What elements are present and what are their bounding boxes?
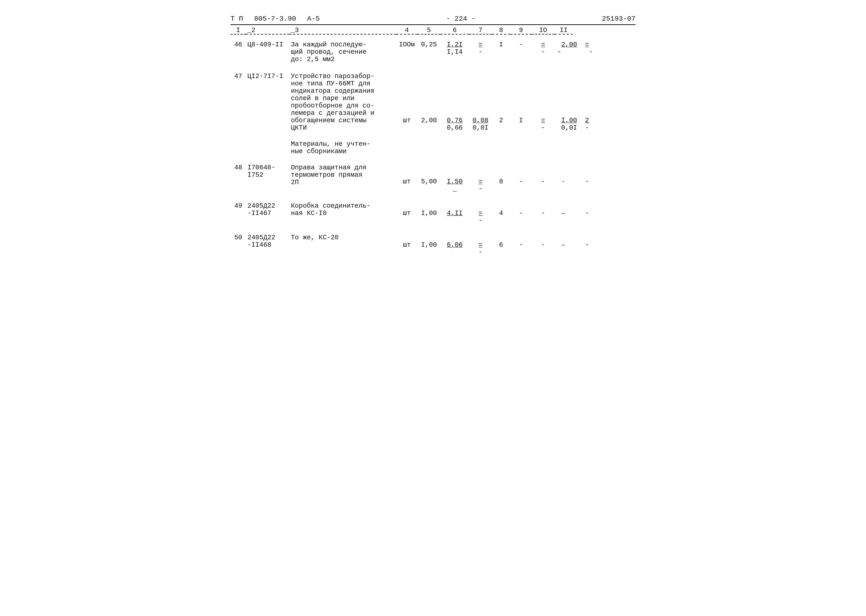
row-49-c8: - — [510, 202, 532, 217]
row-48-c10: - - — [555, 164, 596, 185]
header-center: - 224 - — [446, 15, 476, 23]
col-header-4: 4 — [396, 27, 418, 35]
row-46-qty: 0,25 — [418, 41, 440, 48]
row-48-price: I,50 — [440, 164, 469, 193]
row-50-code: 2405Д22-ІІ468 — [246, 234, 289, 248]
row-50-desc: То же, КС-20 — [289, 234, 396, 241]
col-header-9: 9 — [510, 27, 532, 35]
row-48-c9: - — [532, 164, 555, 185]
row-46-c10: 2,00 = - - — [555, 41, 596, 56]
table-row: 50 2405Д22-ІІ468 То же, КС-20 шт I,00 6,… — [231, 233, 635, 257]
col-header-8: 8 — [492, 27, 510, 35]
col-header-11: II — [555, 27, 573, 35]
table-row: 47 ЦI2-7I7-I Устройство парозабор- ное т… — [231, 71, 635, 132]
row-46-num: 46 — [231, 41, 246, 48]
row-48-code: I70648-I752 — [246, 164, 289, 179]
row-note-desc: Материалы, не учтен-ные сборниками — [289, 140, 396, 155]
row-47-c8: I — [510, 72, 532, 124]
page-header: Т П 805-7-3.90 А-5 - 224 - 25193-07 — [231, 15, 635, 23]
col-header-5: 5 — [418, 27, 440, 35]
table-row: 48 I70648-I752 Оправа защитная длятермом… — [231, 163, 635, 194]
row-47-c6: 0,080,0I — [469, 72, 492, 132]
table-row: 46 Ц8-409-ІІ За каждый последую-щий пров… — [231, 40, 635, 64]
row-50-price: 6,06 __ — [440, 234, 469, 256]
row-48-c7: 8 — [492, 164, 510, 185]
row-48-desc: Оправа защитная длятермометров прямая2П — [289, 164, 396, 186]
header-divider — [231, 24, 635, 25]
row-50-c6: =- — [469, 234, 492, 256]
header-left: Т П 805-7-3.90 А-5 — [231, 15, 320, 23]
row-49-num: 49 — [231, 202, 246, 209]
row-49-unit: шт — [396, 202, 418, 217]
header-code: 805-7-3.90 — [254, 15, 296, 23]
row-49-c7: 4 — [492, 202, 510, 217]
row-46-price: I,2II,I4 — [440, 41, 469, 56]
row-46-c6: =- — [469, 41, 492, 56]
row-47-price: 0,760,66 — [440, 72, 469, 132]
col-header-10: IO — [532, 27, 555, 35]
row-48-c8: - — [510, 164, 532, 185]
row-46-code: Ц8-409-ІІ — [246, 41, 289, 48]
row-50-unit: шт — [396, 234, 418, 248]
row-47-desc: Устройство парозабор- ное типа ПУ-66МТ д… — [289, 72, 396, 132]
page: Т П 805-7-3.90 А-5 - 224 - 25193-07 I _2… — [231, 15, 635, 257]
row-46-unit: IOOм — [396, 41, 418, 48]
table-row: 49 2405Д22-ІІ467 Коробка соединитель-ная… — [231, 201, 635, 225]
row-48-c6: =- — [469, 164, 492, 193]
column-headers-row: I _2 _3 4 5 6 7 8 9 IO II — [231, 27, 635, 35]
row-47-c9: =- — [532, 72, 555, 132]
table-row-note: Материалы, не учтен-ные сборниками — [231, 139, 635, 156]
row-49-c6: =- — [469, 202, 492, 224]
row-46-c7: I — [492, 41, 510, 48]
header-type: Т П — [231, 15, 243, 23]
row-47-code: ЦI2-7I7-I — [246, 72, 289, 80]
row-49-c9: - — [532, 202, 555, 217]
row-50-c9: - — [532, 234, 555, 248]
row-47-num: 47 — [231, 72, 246, 80]
row-46-c9: =- — [532, 41, 555, 56]
col-header-7: 7 — [469, 27, 492, 35]
row-48-num: 48 — [231, 164, 246, 171]
row-46-desc: За каждый последую-щий провод, сечениедо… — [289, 41, 396, 63]
row-48-unit: шт — [396, 164, 418, 185]
row-50-c10: – - — [555, 234, 596, 248]
row-49-c10: – - — [555, 202, 596, 217]
row-49-qty: I,00 — [418, 202, 440, 217]
row-50-qty: I,00 — [418, 234, 440, 248]
col-header-6: 6 — [440, 27, 469, 35]
header-section: А-5 — [307, 15, 320, 23]
row-47-unit: шт — [396, 72, 418, 124]
row-46-c8: - — [510, 41, 532, 48]
row-47-c7: 2 — [492, 72, 510, 124]
col-header-2: _2 — [246, 27, 289, 35]
row-50-c7: 6 — [492, 234, 510, 248]
row-49-code: 2405Д22-ІІ467 — [246, 202, 289, 217]
col-header-3: _3 — [289, 27, 396, 35]
row-49-desc: Коробка соединитель-ная КС-I0 — [289, 202, 396, 217]
header-right: 25193-07 — [602, 15, 635, 23]
row-50-c8: - — [510, 234, 532, 248]
row-50-num: 50 — [231, 234, 246, 241]
col-header-1: I — [231, 27, 246, 35]
row-49-price: 4,ІІ __ — [440, 202, 469, 224]
row-48-qty: 5,00 — [418, 164, 440, 185]
row-47-c10: I,00 2 0,0I - — [555, 72, 596, 132]
row-47-qty: 2,00 — [418, 72, 440, 124]
